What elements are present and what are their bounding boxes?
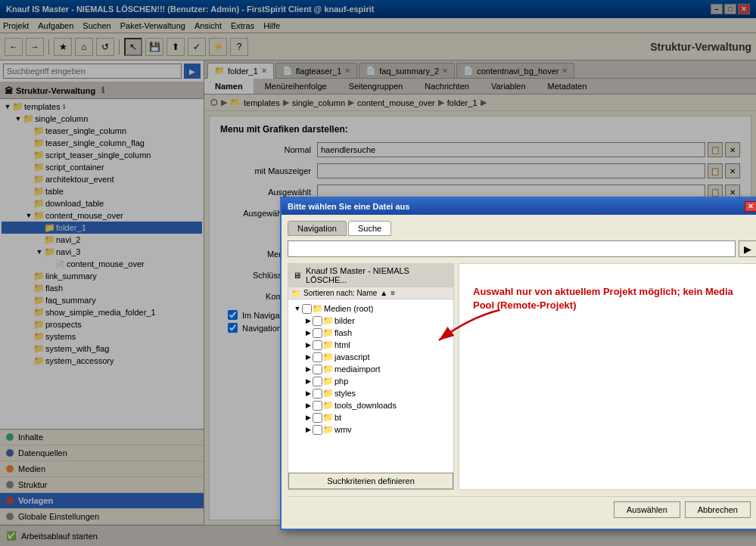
toggle[interactable]: ▶ xyxy=(303,401,313,410)
dialog-tabs: Navigation Suche xyxy=(288,221,756,236)
item-label: styles xyxy=(334,389,356,398)
item-checkbox[interactable] xyxy=(313,401,322,411)
toggle[interactable]: ▶ xyxy=(303,389,313,398)
folder-icon: 📁 xyxy=(322,400,333,411)
dialog-tab-navigation[interactable]: Navigation xyxy=(288,221,347,236)
dialog-footer: Auswählen Abbrechen xyxy=(288,496,756,523)
folder-icon: 📁 xyxy=(322,340,333,350)
dialog-tree: ▼ 📁 Medien (root) ▶ 📁 bilder xyxy=(288,299,453,468)
item-label: bilder xyxy=(334,316,355,325)
item-checkbox[interactable] xyxy=(313,340,322,350)
toggle[interactable]: ▶ xyxy=(303,352,313,361)
item-label: mediaimport xyxy=(334,365,381,374)
dialog-annotation: Auswahl nur von aktuellem Projekt möglic… xyxy=(459,264,756,489)
select-button[interactable]: Auswählen xyxy=(614,501,680,518)
folder-icon: 📁 xyxy=(322,327,333,338)
toggle[interactable]: ▶ xyxy=(303,377,313,386)
annotation-area: Auswahl nur von aktuellem Projekt möglic… xyxy=(465,270,750,327)
item-checkbox[interactable] xyxy=(313,316,322,326)
dialog-close-button[interactable]: ✕ xyxy=(745,201,756,212)
dialog-tree-item-html[interactable]: ▶ 📁 html xyxy=(291,339,450,351)
annotation-text: Auswahl nur von aktuellem Projekt möglic… xyxy=(473,285,742,312)
item-label: bt xyxy=(334,413,341,422)
dialog-tree-item-mediaimport[interactable]: ▶ 📁 mediaimport xyxy=(291,363,450,375)
folder-icon: 📁 xyxy=(322,364,333,374)
sort-icon: 📁 xyxy=(291,289,300,297)
item-checkbox[interactable] xyxy=(313,365,322,374)
item-checkbox[interactable] xyxy=(313,377,322,386)
header-icon: 🖥 xyxy=(293,271,301,280)
dialog-tree-header-text: Knauf IS Master - NIEMALS LÖSCHE... xyxy=(306,266,449,284)
dialog-tree-item-bt[interactable]: ▶ 📁 bt xyxy=(291,411,450,423)
file-picker-dialog: Bitte wählen Sie eine Datei aus ✕ Naviga… xyxy=(280,197,756,530)
item-checkbox[interactable] xyxy=(313,425,322,435)
toggle[interactable]: ▶ xyxy=(303,413,313,422)
toggle[interactable]: ▶ xyxy=(303,316,313,325)
sort-header: 📁 Sortieren nach: Name ▲ ≡ xyxy=(288,287,453,299)
toggle[interactable]: ▶ xyxy=(303,328,313,337)
dialog-tree-items: ▶ 📁 bilder ▶ 📁 flash ▶ xyxy=(291,315,450,436)
dialog-tree-item-styles[interactable]: ▶ 📁 styles xyxy=(291,387,450,399)
folder-icon: 📁 xyxy=(322,388,333,399)
dialog-tree-item-wmv[interactable]: ▶ 📁 wmv xyxy=(291,423,450,436)
sort-label: Sortieren nach: Name xyxy=(303,289,377,297)
item-checkbox[interactable] xyxy=(313,352,322,362)
item-label: tools_downloads xyxy=(334,401,397,410)
dialog-main-area: 🖥 Knauf IS Master - NIEMALS LÖSCHE... 📁 … xyxy=(288,263,756,490)
dialog-title-bar: Bitte wählen Sie eine Datei aus ✕ xyxy=(282,198,756,215)
dialog-search-input[interactable] xyxy=(288,240,736,257)
dialog-tab-suche[interactable]: Suche xyxy=(348,221,391,236)
folder-icon: 📁 xyxy=(322,376,333,386)
dialog-tree-item-bilder[interactable]: ▶ 📁 bilder xyxy=(291,315,450,327)
root-checkbox[interactable] xyxy=(302,304,312,314)
toggle[interactable]: ▶ xyxy=(303,365,313,374)
dialog-left-header: 🖥 Knauf IS Master - NIEMALS LÖSCHE... xyxy=(288,264,453,287)
dialog-search-button[interactable]: ▶ xyxy=(739,240,756,257)
folder-icon: 📁 xyxy=(322,412,333,423)
dialog-title: Bitte wählen Sie eine Datei aus xyxy=(288,202,409,211)
item-checkbox[interactable] xyxy=(313,413,322,423)
item-label: wmv xyxy=(334,425,352,434)
suchkriterien-button[interactable]: Suchkriterien definieren xyxy=(288,473,453,489)
item-label: html xyxy=(334,340,350,349)
item-label: javascript xyxy=(334,352,369,361)
dialog-left-panel: 🖥 Knauf IS Master - NIEMALS LÖSCHE... 📁 … xyxy=(288,263,454,490)
dialog-tree-root[interactable]: ▼ 📁 Medien (root) xyxy=(291,302,450,315)
folder-icon: 📁 xyxy=(322,315,333,326)
sort-list-icon: ≡ xyxy=(390,289,395,297)
toggle[interactable]: ▶ xyxy=(303,425,313,434)
folder-icon: 📁 xyxy=(322,352,333,362)
dialog-tree-item-tools[interactable]: ▶ 📁 tools_downloads xyxy=(291,399,450,411)
dialog-tree-item-javascript[interactable]: ▶ 📁 javascript xyxy=(291,351,450,363)
item-label: flash xyxy=(334,328,352,337)
folder-icon: 📁 xyxy=(322,424,333,435)
dialog-tree-item-php[interactable]: ▶ 📁 php xyxy=(291,375,450,387)
item-checkbox[interactable] xyxy=(313,389,322,399)
root-folder-icon: 📁 xyxy=(312,303,322,314)
item-label: php xyxy=(334,377,348,386)
toggle[interactable]: ▶ xyxy=(303,340,313,349)
dialog-tree-root-label: Medien (root) xyxy=(324,304,373,313)
dialog-tree-item-flash[interactable]: ▶ 📁 flash xyxy=(291,327,450,339)
dialog-right-panel: Auswahl nur von aktuellem Projekt möglic… xyxy=(459,263,756,490)
dialog-search-row: ▶ xyxy=(288,240,756,257)
item-checkbox[interactable] xyxy=(313,328,322,338)
sort-asc-icon: ▲ xyxy=(380,289,387,297)
cancel-button[interactable]: Abbrechen xyxy=(685,501,751,518)
toggle[interactable]: ▼ xyxy=(293,304,302,313)
dialog-content: Navigation Suche ▶ 🖥 Knauf IS Master - N… xyxy=(282,215,756,529)
